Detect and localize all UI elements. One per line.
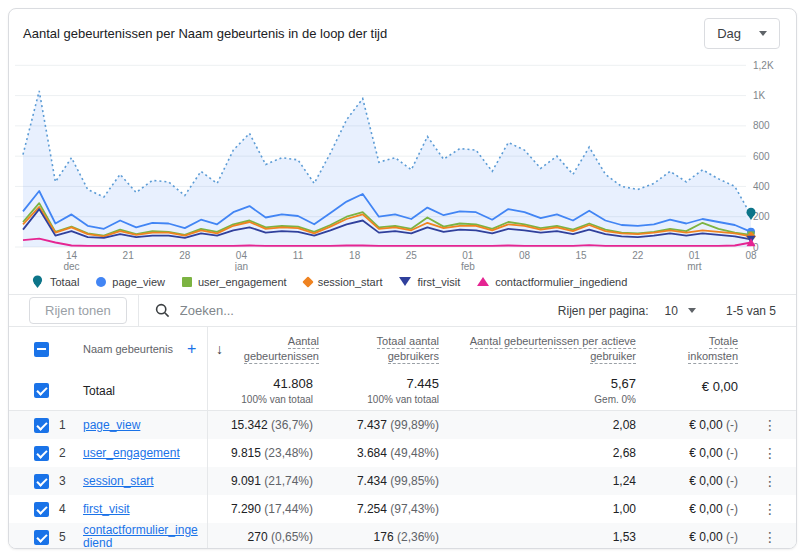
row-menu-icon[interactable]: ⋮ bbox=[744, 417, 796, 433]
rows-per-page-value[interactable]: 10 bbox=[665, 304, 678, 318]
chart-canvas: 02004006008001K1,2K14dec212804jan1118250… bbox=[9, 57, 796, 271]
chart-legend: Totaalpage_viewuser_engagementsession_st… bbox=[9, 271, 796, 295]
svg-text:feb: feb bbox=[461, 261, 475, 271]
per-user-value: 1,53 bbox=[445, 530, 642, 544]
select-all-checkbox[interactable] bbox=[34, 342, 49, 357]
interval-select-value: Dag bbox=[717, 26, 741, 41]
row-checkbox[interactable] bbox=[34, 446, 49, 461]
svg-text:400: 400 bbox=[753, 181, 770, 192]
users-value: 7.437 (99,89%) bbox=[319, 418, 445, 432]
totals-per-user: 5,67 bbox=[611, 376, 636, 391]
row-menu-icon[interactable]: ⋮ bbox=[744, 445, 796, 461]
series-diamond-icon bbox=[302, 276, 313, 287]
svg-text:800: 800 bbox=[753, 120, 770, 131]
events-value: 15.342 (36,7%) bbox=[231, 418, 313, 432]
svg-text:01: 01 bbox=[462, 250, 474, 261]
table-body: 1 page_view 15.342 (36,7%) 7.437 (99,89%… bbox=[9, 411, 796, 549]
svg-text:08: 08 bbox=[745, 250, 757, 261]
show-rows-button[interactable]: Rijen tonen bbox=[29, 297, 127, 324]
legend-item-session_start[interactable]: session_start bbox=[304, 276, 383, 288]
per-user-value: 2,68 bbox=[445, 446, 642, 460]
row-menu-icon[interactable]: ⋮ bbox=[744, 501, 796, 517]
search-box bbox=[155, 303, 558, 318]
column-header-revenue[interactable]: Totale inkomsten bbox=[642, 327, 744, 371]
row-checkbox[interactable] bbox=[34, 418, 49, 433]
users-value: 7.434 (99,85%) bbox=[319, 474, 445, 488]
series-circle-icon bbox=[96, 277, 106, 287]
totals-checkbox[interactable] bbox=[34, 383, 49, 398]
svg-text:1K: 1K bbox=[753, 90, 766, 101]
events-value: 270 (0,65%) bbox=[248, 530, 313, 544]
event-name-link[interactable]: session_start bbox=[83, 475, 154, 488]
legend-item-Totaal[interactable]: Totaal bbox=[31, 275, 79, 289]
revenue-value: € 0,00 (-) bbox=[642, 530, 744, 544]
column-header-users[interactable]: Totaal aantal gebruikers bbox=[319, 327, 445, 371]
column-header-per-user[interactable]: Aantal gebeurtenissen per actieve gebrui… bbox=[445, 327, 642, 371]
event-name-link[interactable]: page_view bbox=[83, 419, 140, 432]
add-dimension-icon[interactable]: + bbox=[187, 340, 196, 358]
events-value: 7.290 (17,44%) bbox=[231, 502, 313, 516]
total-pin-icon bbox=[31, 275, 44, 289]
legend-item-contactformulier_ingediend[interactable]: contactformulier_ingediend bbox=[477, 276, 627, 288]
table-header-row: Naam gebeurtenis + ↓ Aantal gebeurteniss… bbox=[9, 327, 796, 371]
svg-text:1,2K: 1,2K bbox=[753, 60, 774, 71]
svg-text:01: 01 bbox=[689, 250, 701, 261]
table-row: 4 first_visit 7.290 (17,44%) 7.254 (97,4… bbox=[9, 495, 796, 523]
totals-row: Totaal 41.808 100% van totaal 7.445 100%… bbox=[9, 371, 796, 411]
row-checkbox[interactable] bbox=[34, 502, 49, 517]
svg-text:mrt: mrt bbox=[687, 261, 702, 271]
svg-text:25: 25 bbox=[406, 250, 418, 261]
events-value: 9.091 (21,74%) bbox=[231, 474, 313, 488]
row-menu-icon[interactable]: ⋮ bbox=[744, 473, 796, 489]
totals-label: Totaal bbox=[83, 384, 207, 398]
svg-text:600: 600 bbox=[753, 151, 770, 162]
legend-item-user_engagement[interactable]: user_engagement bbox=[182, 276, 287, 288]
row-number: 1 bbox=[59, 418, 83, 432]
svg-text:14: 14 bbox=[66, 250, 78, 261]
svg-text:22: 22 bbox=[632, 250, 644, 261]
row-checkbox[interactable] bbox=[34, 530, 49, 545]
row-menu-icon[interactable]: ⋮ bbox=[744, 529, 796, 545]
svg-text:08: 08 bbox=[519, 250, 531, 261]
series-square-icon bbox=[182, 277, 192, 287]
legend-item-first_visit[interactable]: first_visit bbox=[399, 276, 460, 288]
svg-text:21: 21 bbox=[123, 250, 135, 261]
svg-text:200: 200 bbox=[753, 211, 770, 222]
row-number: 5 bbox=[59, 530, 83, 544]
analytics-card: Aantal gebeurtenissen per Naam gebeurten… bbox=[8, 8, 797, 549]
chevron-down-icon bbox=[759, 31, 767, 36]
row-checkbox[interactable] bbox=[34, 474, 49, 489]
revenue-value: € 0,00 (-) bbox=[642, 418, 744, 432]
totals-users: 7.445 bbox=[406, 376, 439, 391]
search-input[interactable] bbox=[180, 303, 440, 318]
svg-text:04: 04 bbox=[236, 250, 248, 261]
table-row: 1 page_view 15.342 (36,7%) 7.437 (99,89%… bbox=[9, 411, 796, 439]
search-icon bbox=[155, 303, 170, 318]
rows-per-page-caret-icon[interactable] bbox=[688, 308, 696, 313]
table-toolbar: Rijen tonen Rijen per pagina: 10 1-5 van… bbox=[9, 295, 796, 327]
timeseries-chart: 02004006008001K1,2K14dec212804jan1118250… bbox=[9, 57, 796, 271]
per-user-value: 1,24 bbox=[445, 474, 642, 488]
svg-text:jan: jan bbox=[234, 261, 248, 271]
row-number: 4 bbox=[59, 502, 83, 516]
row-number: 3 bbox=[59, 474, 83, 488]
card-title: Aantal gebeurtenissen per Naam gebeurten… bbox=[23, 26, 387, 41]
event-name-link[interactable]: first_visit bbox=[83, 503, 130, 516]
revenue-value: € 0,00 (-) bbox=[642, 446, 744, 460]
users-value: 176 (2,36%) bbox=[319, 530, 445, 544]
interval-select[interactable]: Dag bbox=[704, 18, 780, 49]
column-header-events[interactable]: ↓ Aantal gebeurtenissen bbox=[207, 327, 319, 371]
sort-descending-icon[interactable]: ↓ bbox=[216, 341, 223, 357]
table-row: 2 user_engagement 9.815 (23,48%) 3.684 (… bbox=[9, 439, 796, 467]
svg-text:11: 11 bbox=[293, 250, 304, 261]
legend-item-page_view[interactable]: page_view bbox=[96, 276, 165, 288]
event-name-link[interactable]: user_engagement bbox=[83, 447, 180, 460]
column-header-name[interactable]: Naam gebeurtenis bbox=[83, 343, 173, 355]
series-triangle-down-icon bbox=[399, 277, 411, 286]
totals-events-sub: 100% van totaal bbox=[241, 394, 313, 405]
event-name-link[interactable]: contactformulier_ingediend bbox=[83, 524, 201, 549]
totals-users-sub: 100% van totaal bbox=[367, 394, 439, 405]
revenue-value: € 0,00 (-) bbox=[642, 502, 744, 516]
totals-events: 41.808 bbox=[273, 376, 313, 391]
per-user-value: 1,00 bbox=[445, 502, 642, 516]
